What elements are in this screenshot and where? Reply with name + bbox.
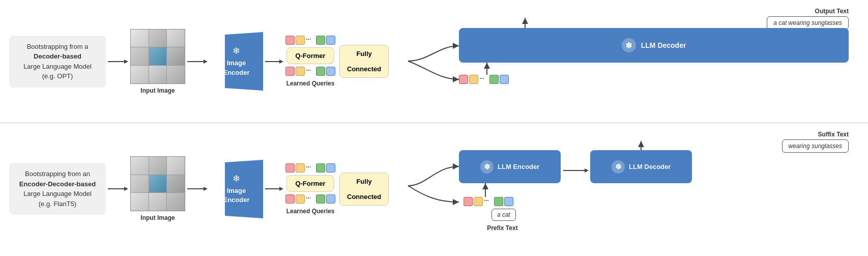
bp-yellow (474, 197, 483, 206)
t-dots: ··· (479, 75, 488, 84)
bottom-input-image: Input Image (130, 156, 185, 221)
top-llm-snowflake: ❄ (622, 38, 636, 52)
t-red (459, 75, 468, 84)
svg-marker-11 (204, 187, 208, 191)
token-dots: ··· (306, 36, 315, 45)
top-encoder-label: ImageEncoder (223, 59, 249, 77)
top-token-row-bottom: ··· (285, 67, 335, 76)
bot-cat-cell-6 (167, 175, 185, 193)
b-t-yellow (296, 163, 305, 173)
cat-cell-3 (167, 30, 185, 47)
token-red-b (285, 67, 295, 76)
bottom-llm-dec-snowflake: ❄ (612, 160, 625, 174)
top-desc-line2: Large Language Model (23, 63, 92, 70)
token-blue (326, 36, 335, 45)
b-t-green (316, 163, 325, 173)
top-desc-line1: Bootstrapping from a (27, 43, 89, 50)
t-blue (500, 75, 509, 84)
top-output-area: Output Text a cat wearing sunglasses (767, 8, 849, 30)
top-learned-queries-label: Learned Queries (286, 80, 335, 87)
arrow-2-top (187, 58, 208, 66)
arrow-2-bottom (187, 185, 208, 193)
bottom-prefix-text-box: a cat (491, 209, 516, 221)
cat-cell-2 (149, 30, 167, 47)
bottom-image-encoder: ❄ ImageEncoder (210, 160, 263, 218)
bottom-suffix-text-box: wearing sunglasses (782, 139, 849, 153)
bottom-suffix-area: Suffix Text wearing sunglasses (782, 131, 849, 153)
top-desc-bold: Decoder-based (34, 52, 81, 60)
bottom-prefix-section: ··· a cat Prefix Text (459, 197, 517, 232)
bot-cat-cell-1 (131, 157, 149, 175)
bottom-llm-encoder-box: ❄ LLM Encoder (459, 150, 561, 183)
token-dots-b: ··· (306, 67, 315, 76)
bottom-cat-grid (130, 156, 185, 211)
bottom-token-row-top: ··· (285, 163, 335, 173)
bottom-learned-queries-label: Learned Queries (286, 208, 335, 215)
cat-cell-7 (131, 66, 149, 83)
token-red (285, 36, 295, 45)
b-tb-dots: ··· (306, 194, 315, 204)
cat-cell-1 (131, 30, 149, 47)
arrow-1-bottom (108, 185, 128, 193)
b-tb-red (285, 194, 295, 204)
svg-marker-9 (124, 187, 128, 191)
top-encoder-snowflake: ❄ (233, 45, 240, 56)
bottom-desc-line2: Large Language Model (23, 190, 92, 197)
bottom-llm-enc-snowflake: ❄ (480, 160, 494, 174)
top-llm-box: ❄ LLM Decoder (459, 28, 849, 63)
bottom-qformer-section: ··· Q-Former ··· Learned Queries (285, 163, 335, 215)
bottom-desc-line3: (e.g. FlanT5) (39, 200, 76, 208)
bot-cat-cell-4 (131, 175, 149, 193)
cat-cell-5 (149, 47, 167, 65)
cat-cell-4 (131, 47, 149, 65)
cat-cell-6 (167, 47, 185, 65)
top-output-label: Output Text (815, 8, 849, 15)
token-green (316, 36, 325, 45)
arrow-3-top (265, 58, 283, 66)
b-tb-green (316, 194, 325, 204)
bottom-input-label: Input Image (140, 214, 175, 221)
svg-marker-6 (279, 60, 283, 64)
bot-cat-cell-9 (167, 193, 185, 211)
bot-cat-cell-5 (149, 175, 167, 193)
top-row: Bootstrapping from a Decoder-based Large… (0, 0, 868, 123)
top-input-label: Input Image (140, 87, 175, 94)
top-right-section: Output Text a cat wearing sunglasses ❄ L… (398, 8, 859, 115)
bottom-tokens-row: ··· (464, 197, 513, 206)
token-blue-b (326, 67, 335, 76)
t-yellow (469, 75, 478, 84)
b-t-dots: ··· (306, 163, 315, 173)
b-t-blue (326, 163, 335, 173)
bottom-desc-box: Bootstrapping from an Encoder-Decoder-ba… (9, 163, 106, 215)
bot-cat-cell-8 (149, 193, 167, 211)
cat-cell-9 (167, 66, 185, 83)
bp-blue (504, 197, 513, 206)
token-yellow (296, 36, 305, 45)
bp-red (464, 197, 473, 206)
token-green-b (316, 67, 325, 76)
t-green (489, 75, 499, 84)
svg-marker-16 (585, 168, 589, 173)
b-t-red (285, 163, 295, 173)
bottom-qformer-box: Q-Former (286, 175, 334, 192)
bottom-llm-decoder-box: ❄ LLM Decoder (590, 150, 692, 183)
bottom-token-row-bottom: ··· (285, 194, 335, 204)
bp-green (494, 197, 503, 206)
bottom-desc-bold: Encoder-Decoder-based (19, 180, 96, 188)
bottom-prefix-text-row: a cat (491, 209, 516, 221)
bottom-right-section: Suffix Text wearing sunglasses ❄ LLM Enc… (398, 131, 859, 247)
top-cat-grid (130, 29, 185, 84)
bp-dots: ··· (484, 197, 493, 206)
bottom-llm-encoder-label: LLM Encoder (498, 163, 539, 170)
top-llm-label: LLM Decoder (641, 41, 686, 49)
top-input-image: Input Image (130, 29, 185, 94)
bot-cat-cell-3 (167, 157, 185, 175)
b-tb-yellow (296, 194, 305, 204)
svg-marker-14 (279, 187, 283, 191)
b-tb-blue (326, 194, 335, 204)
svg-marker-3 (204, 60, 208, 64)
bottom-encoder-snowflake: ❄ (233, 173, 240, 184)
bottom-llm-decoder-label: LLM Decoder (629, 163, 671, 170)
top-desc-box: Bootstrapping from a Decoder-based Large… (9, 36, 106, 88)
cat-cell-8 (149, 66, 167, 83)
